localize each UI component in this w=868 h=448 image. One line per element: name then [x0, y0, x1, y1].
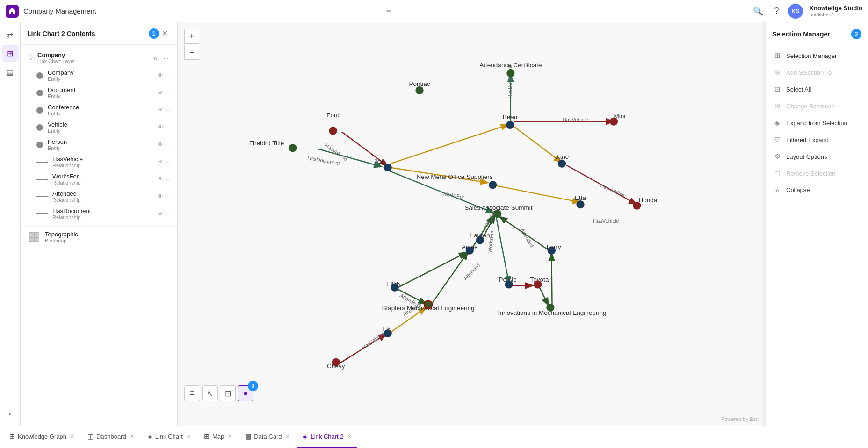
- user-avatar[interactable]: KS: [788, 4, 803, 19]
- tab-label: Data Card: [254, 433, 282, 440]
- layer-more-btn[interactable]: ···: [166, 141, 171, 148]
- menu-item-select-all[interactable]: ⊡ Select All: [766, 81, 868, 98]
- layer-item-sub: Entity: [48, 76, 158, 82]
- svg-text:Honda: Honda: [639, 197, 658, 204]
- layer-more-btn[interactable]: ···: [166, 193, 171, 200]
- layer-dot-conference: [36, 107, 43, 114]
- sidebar-btn-table[interactable]: ▤: [2, 64, 19, 80]
- menu-item-expand-selection[interactable]: ◈ Expand from Selection: [766, 114, 868, 131]
- svg-point-78: [534, 280, 542, 288]
- svg-point-76: [466, 247, 474, 255]
- layer-item-actions: 👁 ···: [158, 210, 171, 217]
- svg-text:Attended: Attended: [463, 263, 481, 281]
- layer-item-vehicle: Vehicle Entity 👁 ···: [25, 119, 177, 136]
- zoom-out-button[interactable]: −: [184, 45, 199, 60]
- layer-more-btn[interactable]: ···: [166, 210, 171, 217]
- tab-link-chart[interactable]: ◈ Link Chart ✕: [142, 426, 196, 448]
- right-panel-badge: 2: [851, 29, 861, 39]
- layer-group-more[interactable]: ···: [161, 53, 171, 63]
- layer-more-btn[interactable]: ···: [166, 107, 171, 114]
- layer-vis-btn[interactable]: 👁: [158, 141, 164, 148]
- menu-item-collapse[interactable]: » Collapse: [766, 182, 868, 198]
- svg-text:HasVehicle: HasVehicle: [600, 182, 625, 198]
- layer-vis-btn[interactable]: 👁: [158, 176, 164, 183]
- svg-point-72: [506, 69, 514, 77]
- table-view-button[interactable]: ≡: [184, 385, 200, 401]
- tab-dashboard[interactable]: ◫ Dashboard ✕: [82, 426, 140, 448]
- layer-more-btn[interactable]: ···: [166, 72, 171, 79]
- layer-vis-btn[interactable]: 👁: [158, 158, 164, 165]
- layer-item-info: Vehicle Entity: [48, 121, 158, 134]
- layer-more-btn[interactable]: ···: [166, 124, 171, 131]
- layer-item-actions: 👁 ···: [158, 158, 171, 165]
- edit-title-icon[interactable]: ✏: [386, 7, 392, 15]
- layer-item-info: Person Entity: [48, 138, 158, 151]
- selection-manager-icon: ⊞: [773, 51, 781, 60]
- tab-data-card[interactable]: ▤ Data Card ✕: [239, 426, 295, 448]
- tab-close-knowledge-graph[interactable]: ✕: [70, 434, 74, 440]
- layer-vis-btn[interactable]: 👁: [158, 124, 164, 131]
- layer-group-name: Company: [37, 51, 151, 58]
- filtered-expand-icon: ▽: [773, 135, 781, 144]
- tab-link-chart-2[interactable]: ◈ Link Chart 2 ✕: [297, 426, 357, 448]
- add-selection-icon: ⊕: [773, 68, 781, 77]
- menu-item-label: Select All: [786, 86, 811, 93]
- layer-group-expand[interactable]: ∧: [151, 53, 159, 63]
- help-button[interactable]: ?: [769, 4, 784, 19]
- link-chart-tab-icon: ◈: [147, 433, 152, 440]
- layer-item-name: WorksFor: [52, 173, 158, 180]
- layer-panel: Link Chart 2 Contents 1 ✕ ☆ Company Link…: [21, 22, 178, 426]
- svg-text:HasVehicle: HasVehicle: [563, 117, 588, 122]
- layer-item-name: Vehicle: [48, 121, 158, 128]
- layer-vis-btn[interactable]: 👁: [158, 89, 164, 96]
- layer-item-conference: Conference Entity 👁 ···: [25, 101, 177, 119]
- tab-close-data-card[interactable]: ✕: [285, 434, 289, 440]
- layer-more-btn[interactable]: ···: [166, 89, 171, 96]
- layer-vis-btn[interactable]: 👁: [158, 107, 164, 114]
- svg-point-75: [548, 247, 556, 255]
- tab-knowledge-graph[interactable]: ⊞ Knowledge Graph ✕: [4, 426, 80, 448]
- tab-bar: ⊞ Knowledge Graph ✕ ◫ Dashboard ✕ ◈ Link…: [0, 426, 868, 448]
- layer-more-btn[interactable]: ···: [166, 158, 171, 165]
- menu-item-change-basemap: ⊞ Change Basemap: [766, 98, 868, 114]
- sidebar-btn-layers[interactable]: ⊞: [2, 45, 19, 62]
- svg-text:Joe: Joe: [374, 158, 384, 165]
- panel-title: Link Chart 2 Contents: [27, 30, 146, 37]
- panel-header: Link Chart 2 Contents 1 ✕: [21, 22, 177, 45]
- panel-close-button[interactable]: ✕: [159, 28, 171, 39]
- svg-line-12: [494, 185, 579, 202]
- main-layout: ⇄ ⊞ ▤ » Link Chart 2 Contents 1 ✕ ☆ Comp…: [0, 22, 868, 426]
- menu-item-selection-manager[interactable]: ⊞ Selection Manager: [766, 47, 868, 64]
- search-button[interactable]: 🔍: [751, 4, 766, 19]
- layer-item-info: Conference Entity: [48, 104, 158, 116]
- select-tool-button[interactable]: ↖: [202, 385, 218, 401]
- rect-select-button[interactable]: ⊡: [220, 385, 236, 401]
- bottom-badge: 3: [248, 381, 258, 391]
- layer-more-btn[interactable]: ···: [166, 176, 171, 183]
- svg-rect-1: [34, 232, 38, 236]
- user-sub: publisher2: [810, 12, 862, 17]
- menu-item-filtered-expand[interactable]: ▽ Filtered Expand: [766, 131, 868, 148]
- menu-item-layout-options[interactable]: ⚙ Layout Options: [766, 148, 868, 165]
- tab-close-dashboard[interactable]: ✕: [130, 434, 134, 440]
- menu-item-label: Layout Options: [786, 153, 827, 160]
- layer-group-header[interactable]: ☆ Company Link Chart Layer ∧ ···: [21, 49, 177, 67]
- svg-text:Firebird Title: Firebird Title: [249, 140, 284, 147]
- layer-item-info: HasVehicle Relationship: [52, 156, 158, 168]
- tab-map[interactable]: ⊞ Map ✕: [198, 426, 238, 448]
- sidebar-btn-collapse[interactable]: »: [2, 405, 19, 422]
- tab-close-link-chart[interactable]: ✕: [187, 434, 191, 440]
- bottom-toolbar: ≡ ↖ ⊡ ● 3: [184, 385, 253, 401]
- layer-vis-btn[interactable]: 👁: [158, 210, 164, 217]
- layer-vis-btn[interactable]: 👁: [158, 72, 164, 79]
- tab-close-map[interactable]: ✕: [228, 434, 232, 440]
- map-area[interactable]: + −: [178, 22, 765, 426]
- layer-vis-btn[interactable]: 👁: [158, 193, 164, 200]
- tab-close-link-chart-2[interactable]: ✕: [347, 434, 352, 440]
- layer-item-sub: Relationship: [52, 180, 158, 185]
- svg-text:HasVehicle: HasVehicle: [361, 331, 385, 350]
- svg-point-82: [384, 329, 392, 337]
- collapse-icon: »: [773, 186, 781, 194]
- sidebar-btn-share[interactable]: ⇄: [2, 26, 19, 43]
- zoom-in-button[interactable]: +: [184, 29, 199, 44]
